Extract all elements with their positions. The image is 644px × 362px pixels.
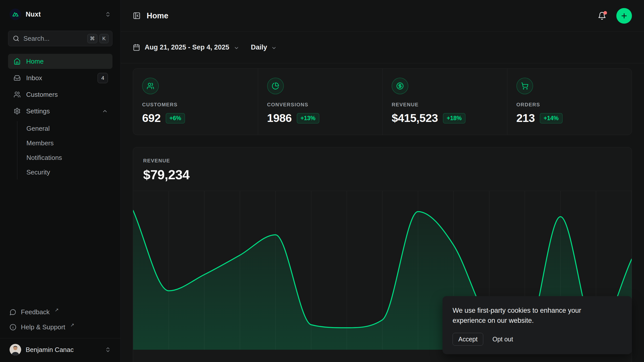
stat-label: CONVERSIONS	[267, 102, 374, 108]
stat-label: REVENUE	[392, 102, 498, 108]
home-icon	[14, 58, 21, 65]
inbox-icon	[14, 74, 21, 81]
cookie-banner: We use first-party cookies to enhance yo…	[442, 296, 632, 354]
granularity-select[interactable]: Daily	[251, 43, 277, 51]
sidebar-spacer	[8, 179, 112, 305]
feedback-label: Feedback	[21, 308, 50, 316]
calendar-icon	[133, 44, 140, 51]
sidebar-item-label: Settings	[26, 107, 50, 115]
stat-label: CUSTOMERS	[142, 102, 249, 108]
workspace-name: Nuxt	[26, 11, 41, 18]
stat-value: 1986	[267, 112, 292, 125]
cookie-actions: Accept Opt out	[453, 333, 622, 346]
stat-value: 692	[142, 112, 161, 125]
revenue-chart-value: $79,234	[143, 167, 622, 182]
opt-out-button[interactable]: Opt out	[492, 336, 513, 343]
panel-collapse-icon[interactable]	[133, 12, 141, 20]
info-icon	[10, 324, 16, 331]
external-link-icon: ↗	[70, 322, 74, 328]
chevron-down-icon	[271, 45, 277, 51]
inbox-count-badge: 4	[98, 73, 108, 83]
external-link-icon: ↗	[55, 307, 59, 313]
users-icon	[142, 78, 159, 94]
stat-value: 213	[516, 112, 535, 125]
search-shortcut: ⌘ K	[87, 34, 109, 43]
workspace-selector[interactable]: Nuxt	[8, 9, 112, 20]
user-menu[interactable]: Benjamin Canac	[8, 338, 112, 362]
topbar-actions	[598, 8, 632, 24]
page-title: Home	[147, 11, 168, 20]
top-header: Home	[121, 0, 644, 32]
notifications-button[interactable]	[598, 12, 606, 20]
stat-delta-badge: +6%	[166, 113, 185, 123]
date-range-picker[interactable]: Aug 21, 2025 - Sep 4, 2025	[133, 43, 239, 51]
stat-orders[interactable]: ORDERS 213 +14%	[507, 69, 632, 135]
cmd-key: ⌘	[87, 34, 97, 43]
accept-button[interactable]: Accept	[453, 333, 483, 346]
revenue-chart-header: REVENUE $79,234	[133, 147, 632, 182]
notification-dot	[603, 11, 607, 15]
stat-label: ORDERS	[516, 102, 623, 108]
shopping-cart-icon	[516, 78, 533, 94]
sidebar-item-notifications[interactable]: Notifications	[26, 150, 112, 165]
add-button[interactable]	[616, 8, 632, 24]
sidebar-item-inbox[interactable]: Inbox 4	[8, 70, 112, 85]
sidebar-nav: Home Inbox 4 Customers Settings	[8, 54, 112, 179]
help-support-label: Help & Support	[21, 323, 65, 331]
stats-panel: CUSTOMERS 692 +6% CONVERSIONS 1986 +13%	[133, 68, 632, 135]
feedback-link[interactable]: Feedback ↗	[8, 305, 112, 319]
sidebar-item-general[interactable]: General	[26, 121, 112, 136]
stat-revenue[interactable]: REVENUE $415,523 +18%	[382, 69, 507, 135]
pie-chart-icon	[267, 78, 284, 94]
stat-value: $415,523	[392, 112, 438, 125]
chevrons-up-down-icon	[105, 347, 111, 353]
user-name: Benjamin Canac	[26, 346, 74, 354]
sidebar-item-home[interactable]: Home	[8, 54, 112, 69]
chat-bubble-icon	[10, 309, 16, 315]
chevron-down-icon	[234, 45, 239, 51]
stat-delta-badge: +18%	[443, 113, 465, 123]
sidebar-item-label: Home	[26, 58, 44, 65]
sidebar-item-label: Customers	[26, 91, 58, 99]
granularity-value: Daily	[251, 43, 267, 51]
filter-bar: Aug 21, 2025 - Sep 4, 2025 Daily	[121, 32, 644, 63]
sidebar-item-settings[interactable]: Settings	[8, 104, 112, 119]
sidebar: Nuxt Search... ⌘ K Home	[0, 0, 121, 362]
search-placeholder: Search...	[23, 35, 83, 42]
stat-customers[interactable]: CUSTOMERS 692 +6%	[133, 69, 258, 135]
date-range-value: Aug 21, 2025 - Sep 4, 2025	[145, 43, 229, 51]
sidebar-item-customers[interactable]: Customers	[8, 87, 112, 102]
chevron-up-icon	[102, 108, 108, 114]
revenue-chart-label: REVENUE	[143, 158, 622, 164]
sidebar-item-label: Inbox	[26, 74, 42, 82]
chevrons-up-down-icon	[105, 11, 111, 17]
stat-delta-badge: +14%	[540, 113, 562, 123]
stat-delta-badge: +13%	[297, 113, 319, 123]
gear-icon	[14, 108, 21, 115]
plus-icon	[620, 12, 628, 20]
search-input[interactable]: Search... ⌘ K	[8, 31, 112, 46]
nuxt-logo-icon	[10, 9, 21, 20]
cookie-message: We use first-party cookies to enhance yo…	[453, 306, 622, 326]
settings-subnav: General Members Notifications Security	[17, 121, 112, 179]
stat-conversions[interactable]: CONVERSIONS 1986 +13%	[258, 69, 383, 135]
search-icon	[13, 35, 19, 42]
avatar	[10, 344, 21, 355]
sidebar-item-members[interactable]: Members	[26, 136, 112, 150]
sidebar-item-security[interactable]: Security	[26, 165, 112, 179]
k-key: K	[99, 34, 109, 43]
sidebar-footer-links: Feedback ↗ Help & Support ↗	[8, 305, 112, 338]
dollar-circle-icon	[392, 78, 408, 94]
help-support-link[interactable]: Help & Support ↗	[8, 321, 112, 334]
users-icon	[14, 91, 21, 98]
